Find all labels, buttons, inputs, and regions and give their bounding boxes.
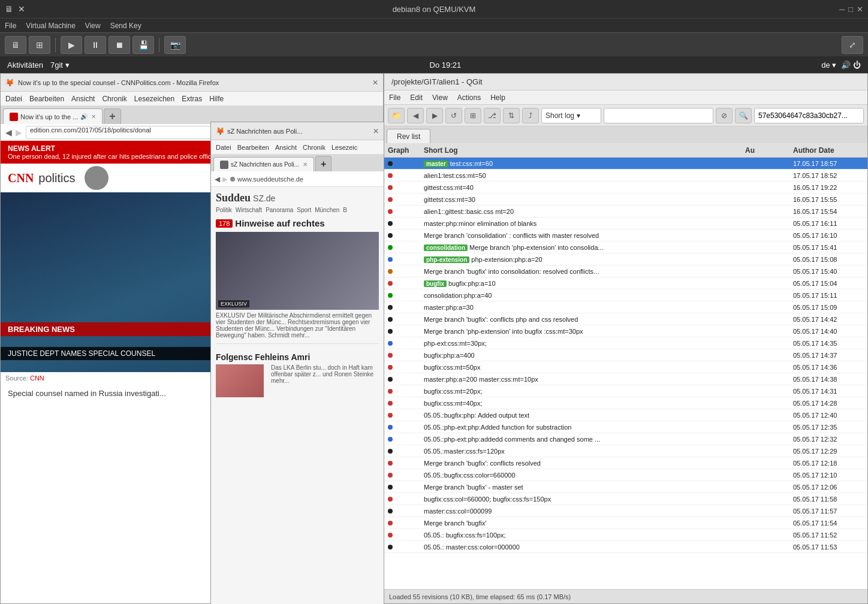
sz-nav-sport[interactable]: Sport	[297, 207, 311, 213]
table-row[interactable]: Merge branch 'bugfix': conflicts php and…	[384, 313, 867, 325]
table-row[interactable]: gittest:css:mt=4016.05.17 19:22	[384, 182, 867, 194]
firefox-tab-cnn[interactable]: Now it's up to the ... 🔊 ✕	[3, 108, 103, 124]
qgit-btn-branch1[interactable]: ⎇	[484, 108, 501, 123]
ff-menu-lesezeichen[interactable]: Lesezeichen	[134, 95, 174, 103]
qgit-btn-grid[interactable]: ⊞	[465, 108, 481, 123]
toolbar-screenshot-btn[interactable]: 📷	[164, 36, 186, 54]
table-row[interactable]: bugfix:css:mt=40px;05.05.17 14:28	[384, 397, 867, 409]
ff-menu-bearbeiten[interactable]: Bearbeiten	[29, 95, 64, 103]
toolbar-play-btn[interactable]: ▶	[61, 36, 82, 54]
sz-tab-close[interactable]: ✕	[303, 161, 308, 168]
qemu-menu-view[interactable]: View	[85, 22, 101, 30]
qgit-btn-back[interactable]: ◀	[407, 108, 424, 123]
qgit-search-input[interactable]	[604, 108, 713, 123]
table-row[interactable]: mastertest:css:mt=6017.05.17 18:57	[384, 158, 867, 170]
maximize-icon[interactable]: □	[848, 5, 853, 14]
sz-nav-muenchen[interactable]: München	[315, 207, 339, 213]
ff-menu-extras[interactable]: Extras	[182, 95, 202, 103]
table-row[interactable]: bugfix:css:col=660000; bugfix:css:fs=150…	[384, 493, 867, 505]
cnn-source-link[interactable]: CNN	[30, 375, 44, 382]
firefox-tab-newtab[interactable]: +	[104, 108, 121, 124]
qgit-hash-input[interactable]	[754, 108, 864, 123]
qgit-menu-actions[interactable]: Actions	[457, 93, 481, 102]
table-row[interactable]: php-ext:css:mt=30px;05.05.17 14:35	[384, 337, 867, 349]
qgit-btn-forward[interactable]: ▶	[426, 108, 443, 123]
table-row[interactable]: master:php:a=3005.05.17 15:09	[384, 301, 867, 313]
gnome-app-menu[interactable]: 7git ▾	[50, 61, 70, 70]
table-row[interactable]: bugfix:css:mt=20px;05.05.17 14:31	[384, 385, 867, 397]
ff-menu-datei[interactable]: Datei	[5, 95, 22, 103]
qgit-btn-filter[interactable]: ⊘	[716, 108, 733, 123]
toolbar-pause-btn[interactable]: ⏸	[85, 36, 106, 54]
table-row[interactable]: 05.05.:php-ext:php:addedd comments and c…	[384, 433, 867, 445]
sz-menu-bearbeiten[interactable]: Bearbeiten	[237, 144, 269, 151]
table-row[interactable]: 05.05.:php-ext:php:Added function for su…	[384, 421, 867, 433]
table-row[interactable]: master:php:minor elimination of blanks05…	[384, 218, 867, 229]
qemu-menu-vm[interactable]: Virtual Machine	[26, 22, 76, 30]
table-row[interactable]: alien1::gittest::basic.css mt=2016.05.17…	[384, 206, 867, 218]
sz-newtab[interactable]: +	[315, 156, 331, 171]
table-row[interactable]: Merge branch 'consolidation' : conflicts…	[384, 229, 867, 241]
close-icon[interactable]: ✕	[857, 5, 863, 14]
table-row[interactable]: Merge branch 'php-extension' into bugfix…	[384, 325, 867, 337]
sz-nav-more[interactable]: B	[343, 207, 347, 213]
sz-title-close[interactable]: ✕	[373, 127, 379, 135]
gnome-activities[interactable]: Aktivitäten	[7, 61, 43, 70]
qgit-btn-folder[interactable]: 📁	[388, 108, 405, 123]
toolbar-thumb-btn[interactable]: ⊞	[29, 36, 50, 54]
table-row[interactable]: 05.05.: bugfix:css:fs=100px;05.05.17 11:…	[384, 529, 867, 541]
sz-menu-ansicht[interactable]: Ansicht	[275, 144, 297, 151]
toolbar-monitor-btn[interactable]: 🖥	[5, 36, 26, 54]
table-row[interactable]: bugfix:css:mt=50px05.05.17 14:36	[384, 361, 867, 373]
firefox-close-btn[interactable]: ✕	[372, 78, 378, 87]
table-row[interactable]: 05.05.: master:css:color=00000005.05.17 …	[384, 541, 867, 553]
table-row[interactable]: gittetst:css:mt=3016.05.17 15:55	[384, 194, 867, 206]
qgit-menu-file[interactable]: File	[389, 93, 400, 102]
toolbar-resize-btn[interactable]: ⤢	[842, 36, 863, 54]
table-row[interactable]: bugfix:php:a=40005.05.17 14:37	[384, 349, 867, 361]
minimize-icon[interactable]: ─	[839, 5, 845, 14]
qgit-menu-help[interactable]: Help	[490, 93, 505, 102]
qgit-menu-view[interactable]: View	[432, 93, 448, 102]
qgit-menu-edit[interactable]: Edit	[410, 93, 423, 102]
toolbar-media-btn[interactable]: 💾	[132, 36, 154, 54]
sz-menu-datei[interactable]: Datei	[216, 144, 231, 151]
sz-menu-chronik[interactable]: Chronik	[303, 144, 326, 151]
toolbar-stop-btn[interactable]: ⏹	[108, 36, 130, 54]
table-row[interactable]: bugfixbugfix:php:a=1005.05.17 15:04	[384, 277, 867, 289]
table-row[interactable]: Merge branch 'bugfix': conflicts resolve…	[384, 457, 867, 469]
sz-nav-politik[interactable]: Politik	[216, 207, 232, 213]
table-row[interactable]: master:php:a=200 master:css:mt=10px05.05…	[384, 373, 867, 385]
table-row[interactable]: alien1:test:css:mt=5017.05.17 18:52	[384, 170, 867, 182]
qgit-btn-branch2[interactable]: ⇅	[503, 108, 520, 123]
qgit-btn-refresh[interactable]: ↺	[445, 108, 462, 123]
table-row[interactable]: 05.05.:master:css:fs=120px05.05.17 12:29	[384, 445, 867, 457]
ff-menu-hilfe[interactable]: Hilfe	[209, 95, 224, 103]
table-row[interactable]: 05.05.:bugfix:css:color=66000005.05.17 1…	[384, 469, 867, 481]
firefox-tab-cnn-close[interactable]: ✕	[91, 113, 96, 120]
table-row[interactable]: Merge branch 'bugfix' - master set05.05.…	[384, 481, 867, 493]
gnome-lang[interactable]: de ▾	[821, 61, 836, 70]
sz-nav-panorama[interactable]: Panorama	[266, 207, 293, 213]
qgit-tab-revlist[interactable]: Rev list	[387, 129, 430, 143]
sz-back-btn[interactable]: ◀	[215, 175, 220, 183]
sz-tab-active[interactable]: sZ Nachrichten aus Poli... ✕	[213, 157, 314, 171]
qgit-btn-search[interactable]: 🔍	[735, 108, 752, 123]
sz-forward-btn[interactable]: ▶	[222, 175, 228, 183]
table-row[interactable]: Merge branch 'bugfix' into consolidation…	[384, 265, 867, 277]
ff-forward-btn[interactable]: ▶	[16, 128, 22, 137]
table-row[interactable]: php-extensionphp-extension:php:a=2005.05…	[384, 253, 867, 265]
sz-nav-wirtschaft[interactable]: Wirtschaft	[236, 207, 262, 213]
ff-menu-ansicht[interactable]: Ansicht	[71, 95, 95, 103]
table-row[interactable]: master:css:col=00009905.05.17 11:57	[384, 505, 867, 517]
sz-menu-lesezeic[interactable]: Lesezeic	[331, 144, 357, 151]
table-row[interactable]: 05.05.:bugfix:php: Added output text05.0…	[384, 409, 867, 421]
qgit-btn-branch3[interactable]: ⤴	[522, 108, 539, 123]
table-row[interactable]: Merge branch 'bugfix'05.05.17 11:54	[384, 517, 867, 529]
table-row[interactable]: consolidationMerge branch 'php-extension…	[384, 241, 867, 253]
qemu-menu-sendkey[interactable]: Send Key	[110, 22, 141, 30]
qgit-log-type-dropdown[interactable]: Short log ▾	[541, 108, 601, 123]
qemu-menu-file[interactable]: File	[5, 22, 16, 30]
ff-back-btn[interactable]: ◀	[5, 128, 12, 137]
table-row[interactable]: consolidation:php:a=4005.05.17 15:11	[384, 289, 867, 301]
